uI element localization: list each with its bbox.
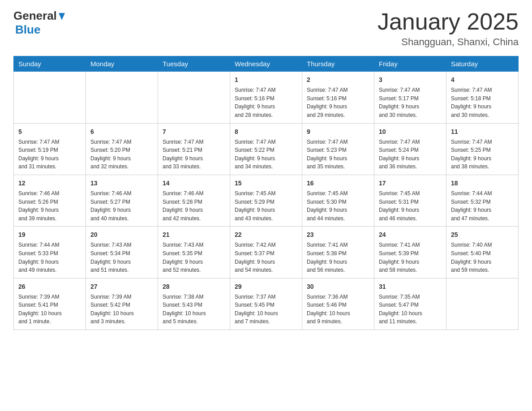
day-number: 10 xyxy=(379,127,442,137)
day-number: 22 xyxy=(235,230,297,240)
day-number: 31 xyxy=(379,282,442,291)
calendar-cell: 31Sunrise: 7:35 AM Sunset: 5:47 PM Dayli… xyxy=(374,278,446,330)
column-header-saturday: Saturday xyxy=(446,56,519,72)
logo-icon xyxy=(57,11,67,21)
page-header: General Blue January 2025 Shangguan, Sha… xyxy=(13,9,519,48)
calendar-cell: 20Sunrise: 7:43 AM Sunset: 5:34 PM Dayli… xyxy=(86,227,158,278)
column-header-friday: Friday xyxy=(374,56,446,72)
calendar-cell: 30Sunrise: 7:36 AM Sunset: 5:46 PM Dayli… xyxy=(302,278,374,330)
day-info: Sunrise: 7:42 AM Sunset: 5:37 PM Dayligh… xyxy=(235,241,297,274)
day-number: 30 xyxy=(307,282,369,291)
day-number: 16 xyxy=(307,179,369,188)
day-info: Sunrise: 7:47 AM Sunset: 5:17 PM Dayligh… xyxy=(379,86,442,119)
calendar-cell: 24Sunrise: 7:41 AM Sunset: 5:39 PM Dayli… xyxy=(374,227,446,278)
calendar-cell: 18Sunrise: 7:44 AM Sunset: 5:32 PM Dayli… xyxy=(446,175,519,226)
day-number: 24 xyxy=(379,230,442,240)
calendar-cell: 2Sunrise: 7:47 AM Sunset: 5:16 PM Daylig… xyxy=(302,72,374,123)
logo: General Blue xyxy=(13,9,67,37)
day-info: Sunrise: 7:43 AM Sunset: 5:35 PM Dayligh… xyxy=(163,241,225,274)
day-info: Sunrise: 7:47 AM Sunset: 5:23 PM Dayligh… xyxy=(307,138,369,171)
day-number: 7 xyxy=(163,127,225,137)
svg-marker-0 xyxy=(59,13,65,20)
day-info: Sunrise: 7:47 AM Sunset: 5:22 PM Dayligh… xyxy=(235,138,297,171)
day-number: 29 xyxy=(235,282,297,291)
day-number: 13 xyxy=(90,179,153,188)
calendar-cell xyxy=(446,278,519,330)
day-info: Sunrise: 7:47 AM Sunset: 5:16 PM Dayligh… xyxy=(307,86,369,119)
calendar-cell: 22Sunrise: 7:42 AM Sunset: 5:37 PM Dayli… xyxy=(230,227,302,278)
calendar-cell: 3Sunrise: 7:47 AM Sunset: 5:17 PM Daylig… xyxy=(374,72,446,123)
day-info: Sunrise: 7:47 AM Sunset: 5:20 PM Dayligh… xyxy=(90,138,153,171)
day-info: Sunrise: 7:47 AM Sunset: 5:25 PM Dayligh… xyxy=(451,138,514,171)
day-number: 21 xyxy=(163,230,225,240)
day-info: Sunrise: 7:38 AM Sunset: 5:43 PM Dayligh… xyxy=(163,293,225,326)
day-number: 23 xyxy=(307,230,369,240)
calendar-cell xyxy=(14,72,86,123)
column-header-tuesday: Tuesday xyxy=(158,56,230,72)
calendar-subtitle: Shangguan, Shanxi, China xyxy=(378,36,519,48)
calendar-week-row: 26Sunrise: 7:39 AM Sunset: 5:41 PM Dayli… xyxy=(14,278,519,330)
calendar-cell: 5Sunrise: 7:47 AM Sunset: 5:19 PM Daylig… xyxy=(14,123,86,175)
calendar-cell: 11Sunrise: 7:47 AM Sunset: 5:25 PM Dayli… xyxy=(446,123,519,175)
calendar-week-row: 19Sunrise: 7:44 AM Sunset: 5:33 PM Dayli… xyxy=(14,227,519,278)
day-info: Sunrise: 7:43 AM Sunset: 5:34 PM Dayligh… xyxy=(90,241,153,274)
day-info: Sunrise: 7:45 AM Sunset: 5:29 PM Dayligh… xyxy=(235,189,297,223)
calendar-cell: 21Sunrise: 7:43 AM Sunset: 5:35 PM Dayli… xyxy=(158,227,230,278)
calendar-table: SundayMondayTuesdayWednesdayThursdayFrid… xyxy=(13,56,519,330)
day-number: 3 xyxy=(379,75,442,85)
column-header-sunday: Sunday xyxy=(14,56,86,72)
calendar-title: January 2025 xyxy=(378,9,519,34)
calendar-cell: 19Sunrise: 7:44 AM Sunset: 5:33 PM Dayli… xyxy=(14,227,86,278)
day-info: Sunrise: 7:39 AM Sunset: 5:42 PM Dayligh… xyxy=(90,293,153,326)
day-number: 4 xyxy=(451,75,514,85)
calendar-cell: 15Sunrise: 7:45 AM Sunset: 5:29 PM Dayli… xyxy=(230,175,302,226)
column-header-thursday: Thursday xyxy=(302,56,374,72)
day-info: Sunrise: 7:40 AM Sunset: 5:40 PM Dayligh… xyxy=(451,241,514,274)
logo-blue-text: Blue xyxy=(15,23,40,37)
calendar-cell: 4Sunrise: 7:47 AM Sunset: 5:18 PM Daylig… xyxy=(446,72,519,123)
calendar-cell: 6Sunrise: 7:47 AM Sunset: 5:20 PM Daylig… xyxy=(86,123,158,175)
day-info: Sunrise: 7:45 AM Sunset: 5:31 PM Dayligh… xyxy=(379,189,442,223)
day-info: Sunrise: 7:41 AM Sunset: 5:38 PM Dayligh… xyxy=(307,241,369,274)
calendar-cell: 8Sunrise: 7:47 AM Sunset: 5:22 PM Daylig… xyxy=(230,123,302,175)
day-number: 6 xyxy=(90,127,153,137)
day-info: Sunrise: 7:47 AM Sunset: 5:19 PM Dayligh… xyxy=(18,138,81,171)
day-info: Sunrise: 7:47 AM Sunset: 5:24 PM Dayligh… xyxy=(379,138,442,171)
day-number: 14 xyxy=(163,179,225,188)
calendar-week-row: 1Sunrise: 7:47 AM Sunset: 5:16 PM Daylig… xyxy=(14,72,519,123)
calendar-cell xyxy=(158,72,230,123)
title-area: January 2025 Shangguan, Shanxi, China xyxy=(378,9,519,48)
calendar-cell: 23Sunrise: 7:41 AM Sunset: 5:38 PM Dayli… xyxy=(302,227,374,278)
calendar-cell: 29Sunrise: 7:37 AM Sunset: 5:45 PM Dayli… xyxy=(230,278,302,330)
day-info: Sunrise: 7:41 AM Sunset: 5:39 PM Dayligh… xyxy=(379,241,442,274)
logo-general-text: General xyxy=(13,9,57,23)
calendar-cell: 17Sunrise: 7:45 AM Sunset: 5:31 PM Dayli… xyxy=(374,175,446,226)
calendar-cell: 13Sunrise: 7:46 AM Sunset: 5:27 PM Dayli… xyxy=(86,175,158,226)
calendar-cell: 16Sunrise: 7:45 AM Sunset: 5:30 PM Dayli… xyxy=(302,175,374,226)
day-number: 25 xyxy=(451,230,514,240)
day-info: Sunrise: 7:45 AM Sunset: 5:30 PM Dayligh… xyxy=(307,189,369,223)
day-number: 27 xyxy=(90,282,153,291)
day-info: Sunrise: 7:44 AM Sunset: 5:33 PM Dayligh… xyxy=(18,241,81,274)
day-info: Sunrise: 7:44 AM Sunset: 5:32 PM Dayligh… xyxy=(451,189,514,223)
day-info: Sunrise: 7:35 AM Sunset: 5:47 PM Dayligh… xyxy=(379,293,442,326)
day-info: Sunrise: 7:39 AM Sunset: 5:41 PM Dayligh… xyxy=(18,293,81,326)
day-info: Sunrise: 7:37 AM Sunset: 5:45 PM Dayligh… xyxy=(235,293,297,326)
calendar-week-row: 12Sunrise: 7:46 AM Sunset: 5:26 PM Dayli… xyxy=(14,175,519,226)
day-number: 19 xyxy=(18,230,81,240)
calendar-cell: 10Sunrise: 7:47 AM Sunset: 5:24 PM Dayli… xyxy=(374,123,446,175)
calendar-cell: 28Sunrise: 7:38 AM Sunset: 5:43 PM Dayli… xyxy=(158,278,230,330)
column-header-wednesday: Wednesday xyxy=(230,56,302,72)
day-number: 9 xyxy=(307,127,369,137)
column-header-monday: Monday xyxy=(86,56,158,72)
day-number: 18 xyxy=(451,179,514,188)
day-number: 11 xyxy=(451,127,514,137)
calendar-cell: 1Sunrise: 7:47 AM Sunset: 5:16 PM Daylig… xyxy=(230,72,302,123)
day-number: 20 xyxy=(90,230,153,240)
calendar-cell: 7Sunrise: 7:47 AM Sunset: 5:21 PM Daylig… xyxy=(158,123,230,175)
calendar-week-row: 5Sunrise: 7:47 AM Sunset: 5:19 PM Daylig… xyxy=(14,123,519,175)
day-info: Sunrise: 7:46 AM Sunset: 5:27 PM Dayligh… xyxy=(90,189,153,223)
day-info: Sunrise: 7:47 AM Sunset: 5:16 PM Dayligh… xyxy=(235,86,297,119)
calendar-header-row: SundayMondayTuesdayWednesdayThursdayFrid… xyxy=(14,56,519,72)
calendar-cell: 12Sunrise: 7:46 AM Sunset: 5:26 PM Dayli… xyxy=(14,175,86,226)
